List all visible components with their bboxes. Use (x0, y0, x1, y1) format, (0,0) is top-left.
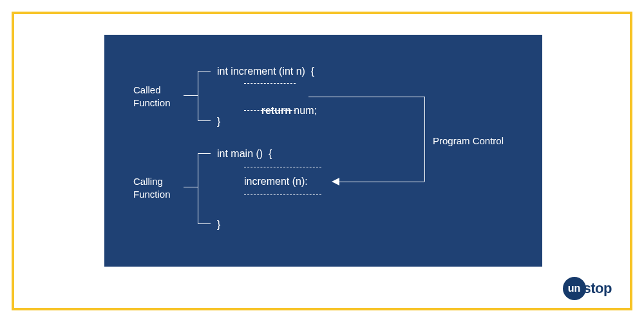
flow-line-bottom-h (339, 182, 424, 182)
dashes-3 (244, 167, 321, 167)
return-value: num; (294, 105, 317, 116)
called-function-label: Called Function (133, 84, 171, 109)
unstop-logo: un stop (563, 277, 612, 300)
main-signature: int main () { (217, 147, 272, 161)
called-function-bracket-stem (184, 95, 198, 96)
flow-line-top-h (308, 97, 424, 97)
calling-function-bracket (198, 153, 211, 224)
outer-frame: Called Function int increment (int n) { … (12, 12, 632, 310)
calling-function-bracket-stem (184, 187, 198, 187)
return-statement: return num; (244, 91, 317, 131)
increment-signature: int increment (int n) { (217, 65, 314, 79)
arrowhead-icon (332, 178, 339, 185)
logo-text: stop (583, 280, 612, 297)
close-brace-2: } (217, 218, 220, 232)
logo-circle: un (563, 277, 586, 300)
diagram-panel: Called Function int increment (int n) { … (104, 35, 542, 267)
dashes-1 (244, 83, 296, 84)
program-control-label: Program Control (433, 135, 504, 147)
dashes-4 (244, 194, 321, 195)
called-function-bracket (198, 71, 211, 121)
close-brace-1: } (217, 115, 220, 129)
calling-function-label: Calling Function (133, 175, 171, 200)
increment-call: increment (n): (244, 175, 308, 189)
dashes-2 (244, 110, 296, 111)
flow-line-v (424, 97, 425, 182)
